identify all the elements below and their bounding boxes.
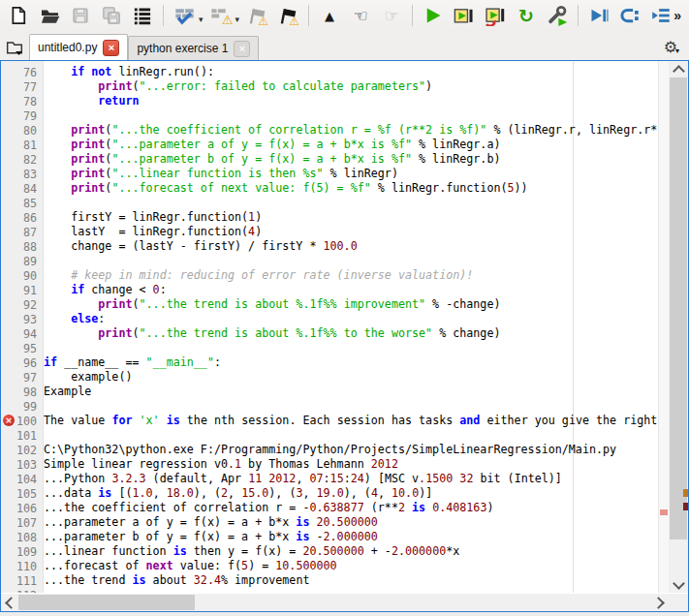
gutter-line[interactable]: 91: [1, 283, 43, 297]
save-button[interactable]: [68, 3, 93, 28]
edge-annotation-mark: [683, 489, 688, 497]
gutter-line[interactable]: 83: [1, 167, 43, 181]
scroll-up-button[interactable]: [669, 61, 688, 77]
gutter-line[interactable]: 104: [1, 472, 43, 486]
gutter-line[interactable]: 94: [1, 326, 43, 341]
gutter-line[interactable]: 93: [1, 312, 43, 326]
gutter-line[interactable]: 112: [1, 588, 43, 593]
gutter-line[interactable]: 81: [1, 138, 43, 152]
file-switcher-button[interactable]: [130, 3, 155, 28]
gutter-line[interactable]: 102: [1, 443, 43, 457]
line-number: 83: [23, 168, 37, 181]
todo-list-button[interactable]: [172, 3, 197, 28]
code-line: [44, 588, 658, 593]
todo-list-dropdown-caret[interactable]: ▾: [199, 15, 204, 24]
gutter-line[interactable]: 99: [1, 399, 43, 414]
run-settings-button[interactable]: [545, 3, 570, 28]
up-triangle-icon: ▲: [325, 10, 334, 22]
gutter-line[interactable]: 77: [1, 79, 43, 94]
line-number: 82: [23, 153, 37, 167]
rerun-cell-button[interactable]: [483, 3, 508, 28]
line-number: 99: [23, 400, 37, 414]
gutter-line[interactable]: 111: [1, 573, 43, 588]
gutter[interactable]: 7677787980818283848586878889909192939495…: [1, 61, 44, 593]
code-line: if not linRegr.run():: [44, 65, 658, 79]
gutter-line[interactable]: 89: [1, 254, 43, 268]
code-line: print("...parameter b of y = f(x) = a + …: [44, 152, 658, 167]
code-line: print("...the trend is about %.1f%% impr…: [44, 297, 658, 312]
chevron-up-icon: [673, 65, 685, 77]
line-number: 110: [16, 560, 37, 573]
line-number: 98: [23, 385, 37, 399]
gutter-line[interactable]: 92: [1, 297, 43, 312]
previous-warning-button[interactable]: ⚠: [244, 3, 269, 28]
run-button[interactable]: [421, 3, 446, 28]
debug-continue-button[interactable]: [586, 3, 611, 28]
gutter-line[interactable]: 90: [1, 268, 43, 283]
gutter-line[interactable]: 103: [1, 457, 43, 472]
warning-list-button[interactable]: ⚠: [208, 3, 234, 28]
gutter-line[interactable]: 79: [1, 108, 43, 123]
gutter-line[interactable]: 80: [1, 123, 43, 138]
browse-tabs-button[interactable]: [0, 34, 29, 59]
tab-options-button[interactable]: ⚙▾: [658, 39, 685, 56]
gutter-line[interactable]: 107: [1, 515, 43, 530]
gutter-line[interactable]: 84: [1, 181, 43, 196]
save-all-icon: [102, 6, 121, 25]
line-number: 102: [16, 444, 37, 457]
tab-close-button[interactable]: ×: [103, 40, 119, 56]
gutter-line[interactable]: 106: [1, 501, 43, 515]
gutter-line[interactable]: 96: [1, 355, 43, 370]
toolbar-overflow-button[interactable]: »: [668, 7, 687, 24]
gutter-line[interactable]: 76: [1, 65, 43, 79]
new-file-icon: [9, 6, 28, 25]
gutter-line[interactable]: 95: [1, 341, 43, 355]
code-area[interactable]: if not linRegr.run(): print("...error: f…: [44, 61, 658, 593]
tab-close-button[interactable]: ×: [234, 41, 250, 57]
gutter-line[interactable]: 86: [1, 210, 43, 225]
code-line: if __name__ == "__main__":: [44, 355, 658, 370]
code-line: firstY = linRegr.function(1): [44, 210, 658, 225]
next-warning-button[interactable]: ⚠: [275, 3, 300, 28]
horizontal-scroll-thumb[interactable]: [18, 595, 195, 610]
horizontal-scrollbar[interactable]: [1, 594, 669, 611]
new-file-button[interactable]: [6, 3, 31, 28]
gutter-line[interactable]: 97: [1, 370, 43, 385]
gutter-line[interactable]: 108: [1, 530, 43, 544]
gutter-line[interactable]: 105: [1, 486, 43, 501]
gutter-line[interactable]: 78: [1, 94, 43, 108]
gutter-line[interactable]: 98: [1, 385, 43, 399]
go-up-button[interactable]: ▲: [317, 3, 342, 28]
jump-forward-button[interactable]: ☞: [379, 3, 404, 28]
gutter-line[interactable]: 88: [1, 239, 43, 254]
warning-list-dropdown-caret[interactable]: ▾: [235, 15, 240, 24]
gutter-line[interactable]: 110: [1, 559, 43, 573]
vertical-scrollbar[interactable]: [669, 61, 688, 593]
run-icon: [423, 6, 443, 25]
gutter-line[interactable]: ×100: [1, 414, 43, 428]
line-number: 111: [16, 574, 37, 588]
gutter-line[interactable]: 87: [1, 225, 43, 239]
open-file-button[interactable]: [37, 3, 62, 28]
scroll-left-button[interactable]: [1, 594, 17, 611]
gutter-line[interactable]: 101: [1, 428, 43, 443]
gutter-line[interactable]: 85: [1, 196, 43, 210]
error-scroll-flag[interactable]: [660, 509, 668, 515]
scroll-down-button[interactable]: [669, 576, 688, 593]
code-line: [44, 108, 658, 123]
gutter-line[interactable]: 82: [1, 152, 43, 167]
gutter-line[interactable]: 109: [1, 544, 43, 559]
scroll-right-button[interactable]: [652, 594, 669, 611]
line-number: 95: [23, 342, 37, 355]
save-all-button[interactable]: [99, 3, 124, 28]
code-line: Simple linear regression v0.1 by Thomas …: [44, 457, 658, 472]
tab[interactable]: untitled0.py×: [29, 34, 128, 60]
line-number: 108: [16, 531, 37, 544]
tab[interactable]: python exercise 1×: [128, 36, 259, 60]
continue-execution-button[interactable]: ↻: [514, 3, 539, 28]
run-cell-button[interactable]: [452, 3, 477, 28]
jump-back-button[interactable]: ☜: [348, 3, 373, 28]
code-line: [44, 196, 658, 210]
debug-step-button[interactable]: [617, 3, 642, 28]
vertical-scroll-thumb[interactable]: [670, 77, 687, 539]
